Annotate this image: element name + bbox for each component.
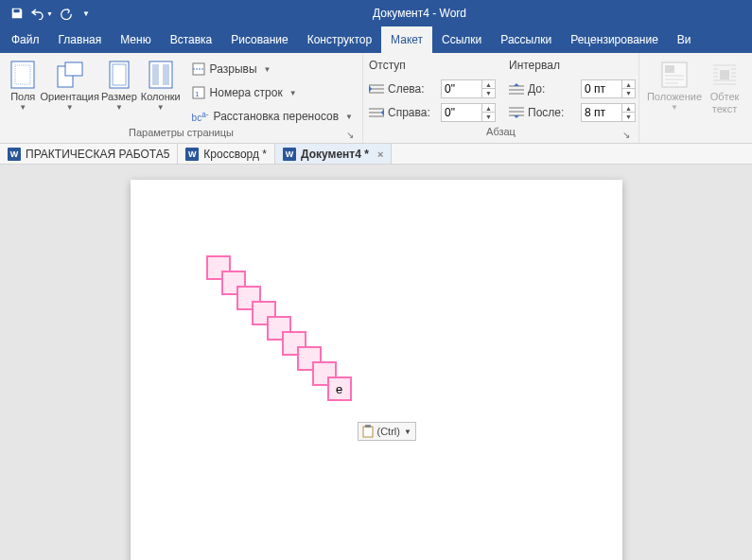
indent-right-label: Справа: — [388, 106, 437, 119]
clipboard-icon — [362, 425, 374, 438]
spacing-after-icon — [509, 107, 524, 118]
columns-button[interactable]: Колонки ▼ — [139, 57, 183, 112]
document-tab-label: Документ4 * — [301, 148, 369, 161]
indent-left-input[interactable] — [442, 80, 481, 97]
spacing-after-label: После: — [528, 106, 577, 119]
spacing-before-label: До: — [528, 82, 577, 96]
undo-button[interactable]: ▼ — [30, 3, 53, 24]
spacing-before-icon — [509, 83, 524, 95]
spin-up-icon[interactable]: ▲ — [482, 80, 495, 89]
chevron-down-icon: ▼ — [345, 113, 353, 121]
redo-button[interactable] — [55, 3, 78, 24]
word-document-icon: W — [185, 148, 199, 161]
tab-layout[interactable]: Макет — [381, 26, 432, 53]
spin-up-icon[interactable]: ▲ — [482, 104, 495, 113]
position-button: Положение ▼ — [645, 57, 704, 112]
svg-rect-12 — [665, 65, 674, 73]
columns-icon — [139, 59, 183, 91]
tab-draw[interactable]: Рисование — [221, 26, 297, 53]
chevron-down-icon: ▼ — [41, 103, 99, 112]
paste-options-button[interactable]: (Ctrl) ▼ — [358, 422, 416, 441]
wrap-text-icon — [704, 59, 745, 91]
breaks-button[interactable]: Разрывы ▼ — [188, 59, 357, 79]
document-page[interactable]: е (Ctrl) ▼ — [131, 180, 622, 560]
dialog-launcher-icon[interactable]: ↘ — [343, 128, 357, 141]
ribbon-tabs: Файл Главная Меню Вставка Рисование Конс… — [0, 26, 752, 53]
save-button[interactable] — [6, 3, 28, 24]
spacing-before-input[interactable] — [582, 80, 621, 97]
indent-left-icon — [369, 83, 384, 95]
chevron-down-icon: ▼ — [404, 428, 411, 436]
indent-right-icon — [369, 107, 384, 118]
svg-rect-13 — [720, 70, 729, 79]
spin-down-icon[interactable]: ▼ — [482, 113, 495, 121]
tab-menu[interactable]: Меню — [111, 26, 160, 53]
word-document-icon: W — [283, 148, 296, 161]
svg-rect-6 — [152, 64, 159, 85]
crossword-cell[interactable]: е — [327, 376, 352, 401]
indent-left-spinner[interactable]: ▲▼ — [441, 79, 496, 98]
tab-view[interactable]: Ви — [668, 26, 701, 53]
spacing-before-spinner[interactable]: ▲▼ — [581, 79, 636, 98]
svg-rect-7 — [163, 64, 169, 85]
size-icon — [99, 59, 139, 91]
group-label: Параметры страницы — [129, 127, 234, 138]
group-arrange: Положение ▼ Обтек текст — [639, 53, 752, 143]
spin-down-icon[interactable]: ▼ — [622, 113, 635, 121]
svg-rect-15 — [365, 425, 371, 428]
indent-left-label: Слева: — [388, 82, 437, 96]
tab-insert[interactable]: Вставка — [161, 26, 222, 53]
tab-file[interactable]: Файл — [2, 26, 49, 53]
spin-up-icon[interactable]: ▲ — [622, 104, 635, 113]
document-tab[interactable]: W ПРАКТИЧЕСКАЯ РАБОТА5 — [0, 144, 178, 164]
line-numbers-button[interactable]: 1 Номера строк ▼ — [188, 82, 357, 103]
svg-text:1: 1 — [195, 90, 200, 98]
tab-mailings[interactable]: Рассылки — [491, 26, 561, 53]
document-workspace[interactable]: е (Ctrl) ▼ — [0, 165, 752, 560]
ribbon: Поля ▼ Ориентация ▼ Размер ▼ — [0, 53, 752, 144]
title-bar: ▼ ▼ Документ4 - Word — [0, 0, 752, 26]
spacing-after-spinner[interactable]: ▲▼ — [581, 103, 636, 122]
document-tab[interactable]: W Кроссворд * — [178, 144, 275, 164]
dialog-launcher-icon[interactable]: ↘ — [620, 128, 633, 141]
spin-down-icon[interactable]: ▼ — [482, 89, 495, 97]
tab-design[interactable]: Конструктор — [298, 26, 381, 53]
indent-right-input[interactable] — [442, 104, 481, 121]
spin-up-icon[interactable]: ▲ — [622, 80, 635, 89]
svg-rect-14 — [363, 427, 373, 437]
hyphenation-icon: bca- — [192, 110, 209, 123]
group-page-setup: Поля ▼ Ориентация ▼ Размер ▼ — [0, 53, 363, 143]
document-tab[interactable]: W Документ4 * × — [275, 144, 392, 164]
svg-rect-3 — [65, 62, 82, 76]
position-icon — [645, 59, 704, 91]
hyphenation-button[interactable]: bca- Расстановка переносов ▼ — [188, 106, 357, 127]
paste-options-label: (Ctrl) — [377, 426, 400, 437]
spacing-label: Интервал — [509, 59, 636, 76]
chevron-down-icon: ▼ — [264, 65, 271, 74]
spacing-after-input[interactable] — [582, 104, 621, 121]
chevron-down-icon: ▼ — [139, 103, 183, 112]
document-tab-label: ПРАКТИЧЕСКАЯ РАБОТА5 — [26, 148, 169, 161]
window-title: Документ4 - Word — [93, 7, 746, 20]
wrap-text-button: Обтек текст — [704, 57, 745, 115]
size-button[interactable]: Размер ▼ — [99, 57, 139, 112]
document-tabs: W ПРАКТИЧЕСКАЯ РАБОТА5 W Кроссворд * W Д… — [0, 144, 752, 165]
qat-customize[interactable]: ▼ — [79, 3, 93, 24]
close-icon[interactable]: × — [377, 149, 383, 160]
margins-icon — [6, 59, 41, 91]
word-document-icon: W — [8, 148, 21, 161]
orientation-icon — [41, 59, 99, 91]
tab-home[interactable]: Главная — [49, 26, 112, 53]
line-numbers-icon: 1 — [192, 86, 205, 99]
margins-button[interactable]: Поля ▼ — [6, 57, 41, 112]
indent-label: Отступ — [369, 59, 496, 76]
chevron-down-icon: ▼ — [6, 103, 41, 112]
chevron-down-icon: ▼ — [289, 89, 297, 97]
tab-review[interactable]: Рецензирование — [561, 26, 668, 53]
quick-access-toolbar: ▼ ▼ — [6, 3, 93, 24]
orientation-button[interactable]: Ориентация ▼ — [41, 57, 99, 112]
group-label: Абзац — [486, 126, 516, 137]
tab-references[interactable]: Ссылки — [432, 26, 491, 53]
spin-down-icon[interactable]: ▼ — [622, 89, 635, 97]
indent-right-spinner[interactable]: ▲▼ — [441, 103, 496, 122]
